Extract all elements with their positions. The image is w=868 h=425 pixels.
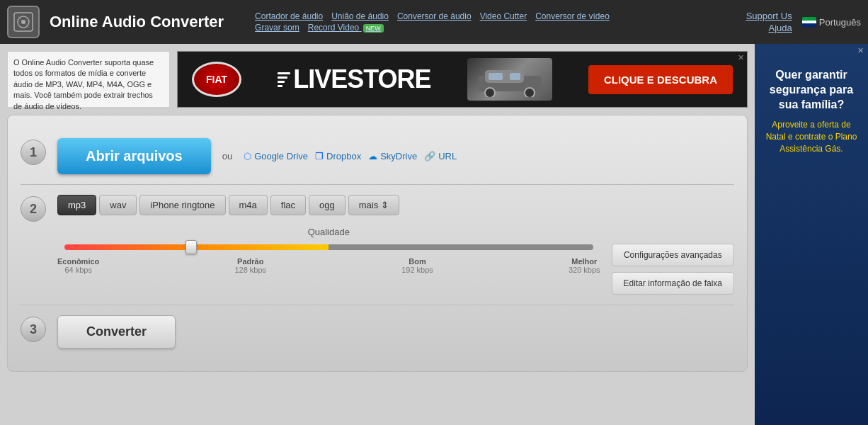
step-2-buttons: Configurações avançadas Editar informaçã… [612,244,734,295]
content-area: O Online Audio Converter suporta quase t… [0,44,755,425]
main-wrapper: O Online Audio Converter suporta quase t… [0,44,868,425]
slider-track-container [57,244,600,250]
step-1-row: 1 Abrir arquivos ou ⬡ Google Drive ❐ [21,128,734,185]
svg-point-7 [525,88,535,97]
language-selector[interactable]: Português [802,17,861,28]
slider-label-padrao: Padrão 128 kbps [234,257,266,274]
main-card: 1 Abrir arquivos ou ⬡ Google Drive ❐ [7,115,748,372]
livestore-lines-icon [278,72,290,87]
format-tab-wav[interactable]: wav [99,195,137,215]
new-badge: NEW [363,24,384,33]
step-1-controls: Abrir arquivos ou ⬡ Google Drive ❐ Dropb… [57,138,734,174]
step-2-number: 2 [21,196,46,222]
flag-icon [802,17,816,27]
step-2-content: mp3 wav iPhone ringtone m4a flac ogg mai… [57,195,734,295]
nav-record-video[interactable]: Record Video NEW [308,23,384,33]
step-3-content: Converter [57,315,734,348]
google-drive-icon: ⬡ [244,151,251,162]
format-tab-mp3[interactable]: mp3 [57,195,96,215]
fiat-logo: FIAT [192,62,241,97]
nav-conversor[interactable]: Conversor de áudio [397,11,472,21]
url-link-icon: 🔗 [424,151,435,162]
slider-labels: Econômico 64 kbps Padrão 128 kbps Bom 19… [57,257,600,274]
step-3-number: 3 [21,317,46,342]
nav-video-cutter[interactable]: Video Cutter [480,11,527,21]
url-link[interactable]: 🔗 URL [424,151,457,162]
format-tab-m4a[interactable]: m4a [229,195,268,215]
help-link[interactable]: Ajuda [768,23,792,33]
format-tab-more[interactable]: mais ⇕ [348,195,399,215]
sidebar-ad-title: Quer garantir segurança para sua família… [763,68,860,112]
format-tab-ogg[interactable]: ogg [309,195,346,215]
slider-label-economico: Econômico 64 kbps [57,257,99,274]
slider-label-bom: Bom 192 kbps [401,257,433,274]
logo-icon [7,6,40,38]
format-tab-iphone[interactable]: iPhone ringtone [139,195,225,215]
svg-rect-8 [489,73,503,80]
slider-thumb[interactable] [185,240,197,254]
format-tab-flac[interactable]: flac [270,195,306,215]
header: Online Audio Converter Cortador de áudio… [0,0,868,44]
step-3-row: 3 Converter [21,305,734,358]
main-nav: Cortador de áudio União de áudio Convers… [255,11,610,33]
nav-row-2: Gravar som Record Video NEW [255,23,610,33]
advanced-settings-button[interactable]: Configurações avançadas [612,244,734,266]
support-link[interactable]: Support Us [746,11,792,21]
step-2-row: 2 mp3 wav iPhone ringtone m4a flac ogg m… [21,185,734,305]
open-files-button[interactable]: Abrir arquivos [57,138,211,174]
edit-track-button[interactable]: Editar informação de faixa [612,272,734,295]
site-title: Online Audio Converter [50,13,224,31]
svg-rect-9 [510,73,520,80]
slider-label-melhor: Melhor 320 kbps [569,257,600,274]
skydrive-link[interactable]: ☁ SkyDrive [368,151,417,162]
nav-row-1: Cortador de áudio União de áudio Convers… [255,11,610,21]
sidebar-ad-close-icon[interactable]: ✕ [857,46,864,55]
step-1-links: ⬡ Google Drive ❐ Dropbox ☁ SkyDrive [244,151,457,162]
ad-cta-button[interactable]: CLIQUE E DESCUBRA [588,65,733,94]
skydrive-icon: ☁ [368,151,377,162]
sidebar-ad: ✕ Quer garantir segurança para sua famíl… [755,44,868,425]
svg-point-6 [485,88,495,97]
sidebar-ad-body: Aproveite a oferta de Natal e contrate o… [763,119,860,154]
convert-button[interactable]: Converter [57,315,176,348]
ad-banner: ✕ FIAT LIVESTORE [177,51,748,108]
step-1-number: 1 [21,140,46,165]
format-tabs: mp3 wav iPhone ringtone m4a flac ogg mai… [57,195,734,215]
ad-car-image [467,58,552,101]
quality-slider-area: Qualidade Econômico 64 kbps [57,227,600,274]
quality-label: Qualidade [57,227,600,237]
quality-section: Qualidade Econômico 64 kbps [57,227,734,295]
step-1-or-label: ou [222,151,232,162]
ad-text-block: O Online Audio Converter suporta quase t… [7,51,170,108]
slider-track[interactable] [64,244,593,250]
nav-gravar-som[interactable]: Gravar som [255,23,299,33]
dropbox-link[interactable]: ❐ Dropbox [315,151,361,162]
step-1-content: Abrir arquivos ou ⬡ Google Drive ❐ Dropb… [57,138,734,174]
livestore-logo: LIVESTORE [278,64,430,94]
nav-conversor-video[interactable]: Conversor de vídeo [535,11,610,21]
ad-close-icon[interactable]: ✕ [738,53,744,62]
nav-cortador[interactable]: Cortador de áudio [255,11,323,21]
dropbox-icon: ❐ [315,151,324,162]
ad-top-section: O Online Audio Converter suporta quase t… [7,51,748,108]
google-drive-link[interactable]: ⬡ Google Drive [244,151,308,162]
nav-uniao[interactable]: União de áudio [331,11,389,21]
header-right: Support Us Ajuda [746,11,792,33]
